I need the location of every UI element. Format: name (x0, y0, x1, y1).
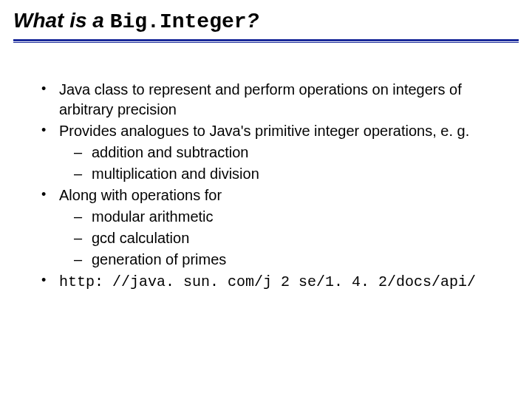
bullet-text-mono: http: //java. sun. com/j 2 se/1. 4. 2/do… (59, 273, 476, 290)
bullet-list: Java class to represent and perform oper… (28, 80, 504, 292)
sub-bullet-text: addition and subtraction (92, 144, 248, 160)
sub-bullet-text: modular arithmetic (92, 208, 214, 225)
sub-bullet-text: generation of primes (92, 251, 226, 267)
sub-bullet-list: modular arithmetic gcd calculation gener… (59, 207, 504, 270)
bullet-item: Along with operations for modular arithm… (41, 185, 504, 270)
bullet-item: Provides analogues to Java's primitive i… (41, 121, 504, 184)
sub-bullet-text: multiplication and division (92, 166, 259, 182)
bullet-text: Java class to represent and perform oper… (59, 81, 462, 117)
sub-bullet-item: generation of primes (74, 250, 504, 270)
sub-bullet-list: addition and subtraction multiplication … (59, 143, 504, 184)
bullet-item: Java class to represent and perform oper… (41, 80, 504, 120)
slide-content: Java class to represent and perform oper… (13, 43, 519, 292)
bullet-text: Provides analogues to Java's primitive i… (59, 123, 469, 139)
sub-bullet-item: gcd calculation (74, 228, 504, 248)
sub-bullet-text: gcd calculation (92, 230, 189, 246)
sub-bullet-item: addition and subtraction (74, 143, 504, 163)
bullet-text: Along with operations for (59, 187, 222, 203)
title-prefix: What is a (13, 9, 110, 32)
title-mono: Big.Integer (110, 10, 247, 33)
slide-title: What is a Big.Integer? (13, 9, 519, 38)
slide: What is a Big.Integer? Java class to rep… (0, 0, 532, 399)
title-suffix: ? (247, 9, 259, 32)
sub-bullet-item: multiplication and division (74, 164, 504, 184)
bullet-item: http: //java. sun. com/j 2 se/1. 4. 2/do… (41, 271, 504, 292)
sub-bullet-item: modular arithmetic (74, 207, 504, 227)
